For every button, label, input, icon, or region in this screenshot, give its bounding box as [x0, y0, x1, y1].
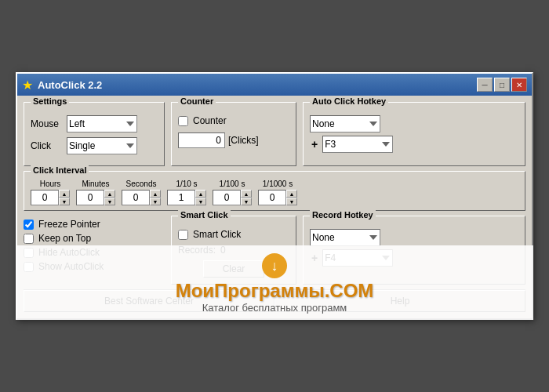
seconds-label: Seconds — [126, 180, 157, 188]
freeze-pointer-label: Freeze Pointer — [38, 219, 100, 230]
smart-click-checkbox[interactable] — [178, 230, 188, 240]
hide-autoclick-checkbox[interactable] — [24, 248, 34, 258]
tenths-spinner: ▲ ▼ — [167, 190, 206, 205]
click-select[interactable]: Single Double — [67, 137, 137, 154]
seconds-col: Seconds ▲ ▼ — [122, 180, 161, 205]
title-bar-left: ★ AutoClick 2.2 — [22, 78, 102, 93]
counter-panel: Counter Counter [Clicks] — [171, 102, 296, 166]
records-row: Records: 0 — [178, 245, 289, 256]
counter-input[interactable] — [178, 132, 225, 148]
seconds-up-button[interactable]: ▲ — [150, 190, 161, 198]
mouse-label: Mouse — [31, 118, 62, 129]
star-icon: ★ — [22, 78, 33, 93]
show-autoclick-label: Show AutoClick — [38, 261, 104, 272]
close-button[interactable]: ✕ — [511, 78, 527, 92]
records-label: Records: — [178, 245, 216, 256]
minutes-up-button[interactable]: ▲ — [104, 190, 115, 198]
mouse-select[interactable]: Left Middle Right — [67, 115, 137, 132]
records-value: 0 — [220, 245, 226, 256]
thousandths-input[interactable] — [258, 190, 286, 205]
auto-click-hotkey-label: Auto Click Hotkey — [310, 96, 388, 106]
title-bar: ★ AutoClick 2.2 ─ □ ✕ — [17, 74, 532, 96]
hours-down-button[interactable]: ▼ — [59, 198, 70, 205]
minutes-spinner-buttons: ▲ ▼ — [104, 190, 115, 205]
minutes-down-button[interactable]: ▼ — [104, 198, 115, 205]
record-hotkey-panel: Record Hotkey None Ctrl Alt Shift + F4 — [303, 216, 525, 285]
click-row: Click Single Double — [31, 137, 158, 154]
tenths-up-button[interactable]: ▲ — [195, 190, 206, 198]
hours-input[interactable] — [31, 190, 59, 205]
tenths-down-button[interactable]: ▼ — [195, 198, 206, 205]
hotkey-modifier-select[interactable]: None Ctrl Alt Shift — [310, 115, 380, 132]
record-hotkey-label: Record Hotkey — [310, 210, 376, 220]
auto-click-hotkey-panel: Auto Click Hotkey None Ctrl Alt Shift + … — [303, 102, 525, 166]
minimize-button[interactable]: ─ — [477, 78, 493, 92]
settings-label: Settings — [31, 96, 69, 106]
hours-label: Hours — [40, 180, 61, 188]
help-button[interactable]: Help — [274, 290, 525, 312]
freeze-pointer-row: Freeze Pointer — [24, 219, 165, 230]
tenths-spinner-buttons: ▲ ▼ — [195, 190, 206, 205]
hundredths-col: 1/100 s ▲ ▼ — [213, 180, 252, 205]
main-window: ★ AutoClick 2.2 ─ □ ✕ Settings Mouse — [16, 72, 533, 320]
seconds-down-button[interactable]: ▼ — [150, 198, 161, 205]
hotkey-row-1: None Ctrl Alt Shift — [310, 115, 518, 132]
thousandths-down-button[interactable]: ▼ — [286, 198, 297, 205]
click-label: Click — [31, 140, 62, 151]
hundredths-spinner-buttons: ▲ ▼ — [241, 190, 252, 205]
hundredths-input[interactable] — [213, 190, 241, 205]
smart-click-label: Smart Click — [178, 210, 231, 220]
smart-click-checkbox-label: Smart Click — [193, 229, 241, 240]
click-interval-section: Click Interval Hours ▲ ▼ Minute — [24, 171, 525, 211]
record-hotkey-modifier-select[interactable]: None Ctrl Alt Shift — [310, 229, 380, 246]
footer: Best Software Center Help — [24, 289, 525, 312]
plus-icon-2: + — [310, 252, 319, 264]
left-checks: Freeze Pointer Keep on Top Hide AutoClic… — [24, 216, 165, 285]
hide-autoclick-label: Hide AutoClick — [38, 247, 100, 258]
plus-icon-1: + — [310, 138, 319, 151]
minutes-input[interactable] — [76, 190, 104, 205]
clear-button[interactable]: Clear — [203, 260, 265, 278]
top-section: Settings Mouse Left Middle Right Click S… — [24, 102, 525, 166]
seconds-spinner: ▲ ▼ — [122, 190, 161, 205]
minutes-col: Minutes ▲ ▼ — [76, 180, 115, 205]
tenths-input[interactable] — [167, 190, 195, 205]
counter-label: Counter — [178, 96, 216, 106]
main-content: Settings Mouse Left Middle Right Click S… — [17, 96, 532, 318]
counter-value-row: [Clicks] — [178, 132, 289, 148]
mouse-row: Mouse Left Middle Right — [31, 115, 158, 132]
thousandths-up-button[interactable]: ▲ — [286, 190, 297, 198]
tenths-label: 1/10 s — [176, 180, 197, 188]
minutes-label: Minutes — [82, 180, 109, 188]
thousandths-label: 1/1000 s — [263, 180, 293, 188]
show-autoclick-row: Show AutoClick — [24, 261, 165, 272]
clicks-label: [Clicks] — [228, 135, 259, 146]
hundredths-spinner: ▲ ▼ — [213, 190, 252, 205]
hours-up-button[interactable]: ▲ — [59, 190, 70, 198]
tenths-col: 1/10 s ▲ ▼ — [167, 180, 206, 205]
best-software-center-button[interactable]: Best Software Center — [24, 290, 274, 312]
click-interval-label: Click Interval — [31, 165, 89, 175]
thousandths-col: 1/1000 s ▲ ▼ — [258, 180, 297, 205]
title-buttons: ─ □ ✕ — [477, 78, 527, 92]
seconds-input[interactable] — [122, 190, 150, 205]
record-hotkey-key-select[interactable]: F4 F3 F5 F6 — [322, 249, 393, 267]
hundredths-up-button[interactable]: ▲ — [241, 190, 252, 198]
hours-col: Hours ▲ ▼ — [31, 180, 70, 205]
freeze-pointer-checkbox[interactable] — [24, 220, 34, 230]
show-autoclick-checkbox[interactable] — [24, 262, 34, 272]
counter-checkbox[interactable] — [178, 116, 188, 126]
minutes-spinner: ▲ ▼ — [76, 190, 115, 205]
smart-click-panel: Smart Click Smart Click Records: 0 Clear — [171, 216, 296, 285]
interval-row: Hours ▲ ▼ Minutes — [31, 180, 518, 205]
maximize-button[interactable]: □ — [494, 78, 510, 92]
smart-click-checkbox-row: Smart Click — [178, 229, 289, 240]
keep-on-top-checkbox[interactable] — [24, 234, 34, 244]
hotkey-key-select[interactable]: F3 F4 F5 F6 — [322, 136, 393, 153]
counter-checkbox-row: Counter — [178, 115, 289, 126]
keep-on-top-label: Keep on Top — [38, 233, 91, 244]
hundredths-label: 1/100 s — [220, 180, 245, 188]
keep-on-top-row: Keep on Top — [24, 233, 165, 244]
hide-autoclick-row: Hide AutoClick — [24, 247, 165, 258]
hundredths-down-button[interactable]: ▼ — [241, 198, 252, 205]
